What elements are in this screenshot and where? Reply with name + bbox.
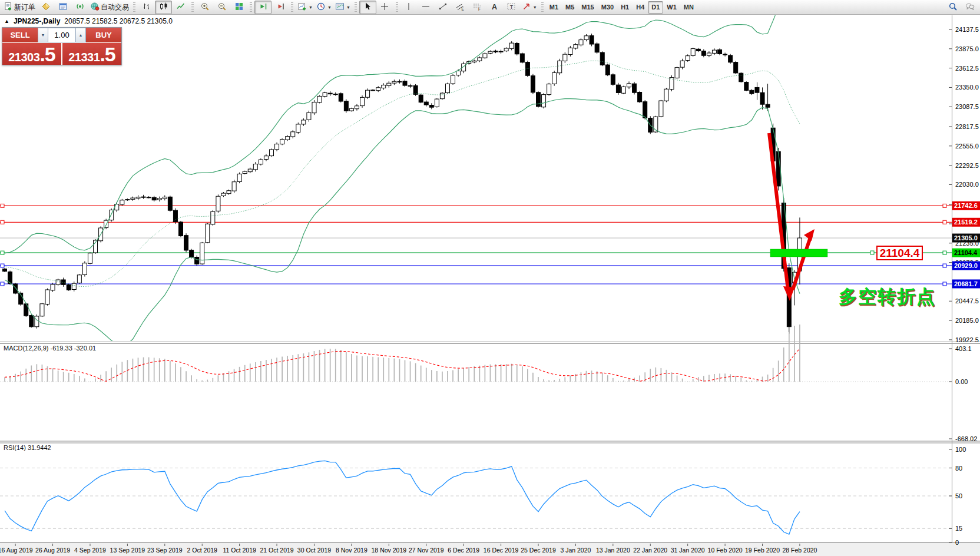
candle-body [237, 174, 241, 181]
auto-trading-button[interactable]: 自动交易 [88, 1, 131, 14]
rsi-line [5, 461, 800, 534]
chart-canvas[interactable]: 24137.523875.023612.523350.023087.522817… [0, 0, 980, 556]
hline-anchor-square[interactable] [943, 204, 946, 207]
new-chart-button[interactable]: ▼ [296, 1, 314, 14]
trendline-tool-button[interactable] [435, 1, 452, 14]
candle-body [131, 198, 135, 199]
date-label: 19 Feb 2020 [745, 547, 780, 554]
buy-price[interactable]: 21331.5 [62, 43, 121, 65]
chart-shift-button[interactable] [272, 1, 289, 14]
candle-body [61, 280, 65, 284]
candle-body [584, 36, 588, 40]
bar-chart-mode-button[interactable] [138, 1, 155, 14]
data-window-button[interactable] [54, 1, 71, 14]
date-label: 16 Dec 2019 [484, 547, 519, 554]
timeframe-mn-button[interactable]: MN [680, 1, 697, 14]
hline-anchor-square[interactable] [1, 264, 4, 267]
candle-body [440, 93, 444, 99]
candle-body [760, 92, 764, 104]
arrows-tool-button[interactable]: ▼ [520, 1, 539, 14]
candle-body [82, 263, 87, 275]
macd-tick-label: -668.02 [955, 435, 977, 442]
volume-decrease-button[interactable]: ▼ [38, 28, 48, 42]
price-tick-label: 20185.0 [955, 317, 979, 324]
candle-body [360, 97, 365, 105]
timeframe-w1-button[interactable]: W1 [663, 1, 680, 14]
timeframe-m5-button[interactable]: M5 [562, 1, 578, 14]
label-tool-button[interactable]: T [503, 1, 520, 14]
timeframe-m1-button[interactable]: M1 [546, 1, 562, 14]
price-callout-box[interactable]: 21104.4 [876, 246, 923, 260]
arrows-tool-dropdown-icon[interactable]: ▼ [533, 5, 537, 9]
zoom-in-button[interactable] [196, 1, 213, 14]
signals-button[interactable] [71, 1, 88, 14]
toolbar-separator [250, 2, 252, 12]
new-chart-dropdown-icon[interactable]: ▼ [309, 5, 313, 9]
candle-body [221, 193, 226, 196]
hline-anchor-square[interactable] [943, 251, 946, 254]
sell-button[interactable]: SELL [2, 28, 38, 42]
candle-body [206, 224, 210, 243]
hline-anchor-square[interactable] [943, 282, 946, 286]
text-tool-icon: A [489, 2, 499, 13]
candle-body [88, 253, 92, 264]
green-support-band[interactable] [770, 249, 827, 257]
toolbar-separator [396, 2, 398, 12]
date-label: 2 Oct 2019 [187, 547, 218, 554]
period-selector-dropdown-icon[interactable]: ▼ [327, 5, 332, 9]
collapse-marker-icon[interactable]: ▲ [4, 18, 9, 24]
turning-point-annotation[interactable]: 多空转折点 [839, 284, 936, 309]
candle-body [696, 49, 700, 51]
sell-price[interactable]: 21303.5 [2, 43, 61, 65]
hline-anchor-square[interactable] [943, 220, 946, 224]
hline-axis-label: 21519.2 [954, 219, 978, 226]
candle-body [680, 61, 684, 67]
timeframe-m15-button[interactable]: M15 [578, 1, 597, 14]
candle-body [729, 55, 733, 62]
rsi-indicator-label: RSI(14) 31.9442 [4, 444, 51, 451]
tile-windows-button[interactable] [230, 1, 247, 14]
auto-scroll-button[interactable] [254, 1, 272, 14]
hline-anchor-square[interactable] [1, 204, 4, 207]
text-tool-button[interactable]: A [486, 1, 503, 14]
volume-increase-button[interactable]: ▲ [75, 28, 86, 42]
timeframe-d1-button[interactable]: D1 [648, 1, 663, 14]
callout-anchor-square[interactable] [870, 251, 874, 254]
arrows-tool-icon [522, 2, 531, 13]
crosshair-tool-button[interactable] [376, 1, 393, 14]
hline-anchor-square[interactable] [943, 264, 946, 267]
candle-body [243, 171, 247, 174]
price-tick-label: 23612.5 [955, 65, 979, 72]
candle-body [750, 90, 754, 94]
candle-body [558, 61, 562, 72]
period-selector-icon [316, 2, 326, 13]
search-button[interactable] [944, 1, 961, 14]
timeframe-h4-button[interactable]: H4 [633, 1, 648, 14]
timeframe-m30-button[interactable]: M30 [598, 1, 617, 14]
chart-snapshot-button[interactable]: ▼ [333, 1, 352, 14]
community-chat-button[interactable] [961, 1, 978, 14]
price-tick-label: 22292.5 [955, 162, 979, 169]
candle-body [173, 210, 177, 221]
zoom-out-button[interactable] [213, 1, 230, 14]
timeframe-h1-button[interactable]: H1 [617, 1, 633, 14]
vline-tool-button[interactable] [400, 1, 418, 14]
channel-tool-button[interactable]: E [452, 1, 469, 14]
period-selector-button[interactable]: ▼ [314, 1, 333, 14]
fibonacci-tool-button[interactable]: F [469, 1, 486, 14]
hline-anchor-square[interactable] [1, 282, 4, 286]
buy-button[interactable]: BUY [86, 28, 121, 42]
cursor-tool-button[interactable] [359, 1, 376, 14]
hline-anchor-square[interactable] [1, 220, 4, 224]
hline-tool-button[interactable] [418, 1, 435, 14]
chart-snapshot-dropdown-icon[interactable]: ▼ [346, 5, 350, 9]
candle-chart-mode-button[interactable] [155, 1, 172, 14]
line-chart-mode-button[interactable] [172, 1, 189, 14]
volume-input[interactable] [48, 28, 75, 42]
hline-anchor-square[interactable] [1, 251, 4, 254]
market-watch-button[interactable] [37, 1, 54, 14]
symbol-period-label: JPN225-,Daily [14, 17, 60, 25]
candle-body [248, 169, 252, 172]
candle-body [382, 85, 386, 88]
new-order-button[interactable]: 新订单 [2, 1, 37, 14]
